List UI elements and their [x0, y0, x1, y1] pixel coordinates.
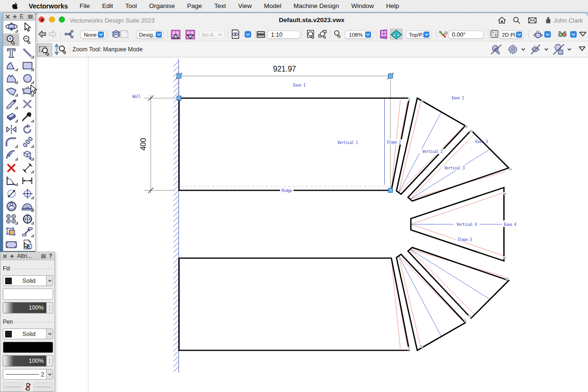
menu-edit[interactable]: Edit — [96, 2, 119, 9]
plan-view-selected[interactable] — [390, 29, 403, 40]
tool-protractor[interactable] — [19, 200, 35, 213]
zoom-line-thickness-icon[interactable] — [490, 44, 502, 55]
marquee-zoom-mode-button[interactable] — [37, 43, 52, 56]
selection-handles[interactable] — [177, 74, 393, 192]
tool-center-mark[interactable] — [19, 187, 35, 200]
tool-scale-object[interactable] — [3, 200, 19, 213]
tool-linear-dim[interactable] — [19, 174, 35, 187]
home-icon[interactable] — [498, 16, 506, 24]
tool-angular-dim[interactable] — [3, 174, 19, 187]
stereo-dropdown-button[interactable] — [570, 31, 577, 38]
tool-polyline[interactable] — [3, 72, 19, 85]
tool-spiral[interactable] — [19, 213, 35, 225]
view-dropdown[interactable]: Top/P... — [406, 31, 431, 39]
attributes-help[interactable]: ? — [49, 253, 52, 259]
tool-diameter-dim[interactable] — [3, 187, 19, 200]
fit-objects-icon[interactable] — [318, 30, 327, 39]
menu-tool[interactable]: Tool — [119, 2, 143, 9]
tool-palette-header[interactable]: E — [3, 12, 35, 21]
preferences-gear-button[interactable] — [507, 44, 525, 55]
palette-menu-icon[interactable] — [28, 15, 33, 19]
fill-style-chevron[interactable] — [46, 276, 53, 286]
palette-close-icon[interactable] — [6, 15, 10, 19]
zoom-dropdown-button[interactable] — [365, 32, 371, 38]
mail-icon[interactable] — [528, 17, 537, 24]
tool-create-symbol[interactable] — [19, 238, 35, 251]
menu-model[interactable]: Model — [258, 2, 287, 9]
next-view-icon[interactable] — [185, 30, 195, 40]
zoom-dropdown[interactable]: 108% — [345, 31, 373, 39]
line-weight-dropdown[interactable]: 2 — [3, 369, 53, 380]
title-bar[interactable]: Vectorworks Design Suite 2023 Default.st… — [35, 13, 588, 27]
layer-dropdown-button[interactable] — [156, 32, 162, 38]
menu-view[interactable]: View — [232, 2, 258, 9]
tool-rotate[interactable] — [19, 123, 35, 136]
fit-page-icon[interactable] — [307, 30, 315, 39]
angle-field[interactable]: 0.00° — [448, 31, 484, 39]
wall-hatch-line[interactable] — [174, 59, 179, 373]
unlink-attributes-icon[interactable] — [25, 383, 31, 391]
tool-trim[interactable] — [3, 97, 19, 110]
plane-dropdown[interactable]: 2D Pl... — [499, 31, 524, 39]
tool-line[interactable] — [19, 46, 35, 59]
rotation-angle-icon[interactable] — [438, 30, 448, 39]
tool-eyedropper[interactable] — [19, 110, 35, 123]
attributes-close-icon[interactable] — [3, 254, 7, 258]
tool-circle[interactable] — [19, 72, 35, 85]
fill-opacity-menu[interactable]: ⋮ — [47, 302, 53, 313]
pen-opacity-menu[interactable]: ⋮ — [47, 355, 53, 367]
fill-by-class-button[interactable] — [3, 382, 23, 392]
stereo-view-icon[interactable] — [558, 31, 567, 38]
render-dropdown-button[interactable] — [544, 31, 551, 38]
forward-button[interactable] — [48, 30, 57, 39]
tool-zoom-out[interactable] — [19, 33, 35, 46]
attributes-add-icon[interactable] — [10, 254, 14, 258]
menu-text[interactable]: Text — [208, 2, 232, 9]
menu-page[interactable]: Page — [181, 2, 208, 9]
tool-flyover[interactable] — [3, 21, 19, 33]
tool-move-by-points[interactable] — [19, 225, 35, 238]
render-options-button[interactable] — [530, 43, 548, 55]
tool-multiple-circles[interactable] — [3, 213, 19, 225]
user-account[interactable]: John Clark — [546, 17, 583, 24]
pen-opacity-control[interactable]: 100% ⋮ — [3, 355, 53, 367]
class-dropdown[interactable]: None — [80, 31, 106, 39]
attributes-menu-icon[interactable] — [41, 254, 46, 258]
scale-field[interactable]: 1:10 — [267, 31, 300, 39]
line-weight-chevron[interactable] — [46, 369, 53, 379]
fill-color-bar[interactable] — [3, 288, 53, 300]
menu-vectorworks[interactable]: Vectorworks — [23, 2, 73, 10]
tool-offset[interactable] — [19, 136, 35, 149]
previous-view-icon[interactable] — [171, 30, 181, 40]
menu-window[interactable]: Window — [345, 2, 380, 9]
tool-selection[interactable] — [19, 21, 35, 33]
zoom-icon[interactable] — [334, 30, 342, 38]
sheet-layers-icon[interactable] — [119, 29, 129, 39]
dynamic-zoom-mode-button[interactable] — [54, 43, 67, 56]
layer-scale-icon[interactable] — [256, 30, 265, 38]
bottom-panel[interactable] — [179, 258, 410, 351]
tool-arc[interactable] — [3, 59, 19, 72]
no-attr-dropdown[interactable]: No A... — [199, 31, 225, 39]
plane-dropdown-button[interactable] — [516, 32, 522, 38]
tool-mirror[interactable] — [3, 123, 19, 136]
top-panel[interactable] — [179, 98, 410, 191]
tool-rectangle[interactable] — [19, 59, 35, 72]
fill-opacity-control[interactable]: 100% ⋮ — [3, 302, 53, 313]
object-visibility-icon[interactable] — [231, 29, 239, 39]
tool-clip[interactable] — [3, 225, 19, 238]
back-button[interactable] — [38, 30, 47, 39]
fill-style-dropdown[interactable]: Solid — [3, 275, 53, 286]
render-mode-icon[interactable] — [532, 30, 543, 39]
view-dropdown-button[interactable] — [423, 32, 429, 38]
layer-dropdown[interactable]: Desig... — [136, 31, 164, 39]
tool-slab[interactable] — [3, 238, 19, 251]
pen-by-class-button[interactable] — [33, 382, 54, 392]
pen-style-dropdown[interactable]: Solid — [3, 328, 53, 339]
menu-help[interactable]: Help — [380, 2, 405, 9]
project-sharing-icon[interactable] — [64, 30, 74, 39]
modebar-overflow-icon[interactable] — [579, 46, 586, 51]
drawing-canvas[interactable]: 921.97 400 — [35, 57, 588, 392]
menu-organise[interactable]: Organise — [143, 2, 181, 9]
tool-fillet[interactable] — [3, 136, 19, 149]
